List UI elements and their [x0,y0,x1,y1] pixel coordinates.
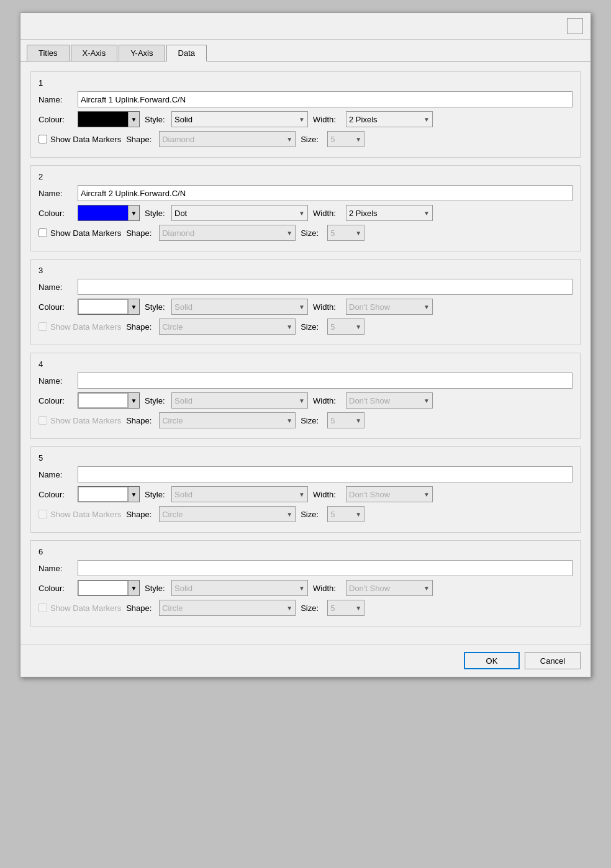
colour-button-5[interactable]: ▼ [78,486,140,502]
name-row-6: Name: [38,560,573,576]
colour-style-row-5: Colour:▼Style:Solid▼Width:Don't Show▼ [38,486,573,502]
title-bar [20,13,591,40]
width-select-5: Don't Show▼ [346,486,433,502]
show-markers-checkbox-3 [38,322,47,331]
size-select-3: 5▼ [327,319,364,335]
tab-titles[interactable]: Titles [27,45,70,61]
size-label-5: Size: [301,510,322,519]
show-markers-text-1: Show Data Markers [50,135,121,144]
style-arrow-5: ▼ [299,491,305,498]
style-value-3: Solid [174,302,192,312]
style-label-3: Style: [145,302,166,312]
width-select-3: Don't Show▼ [346,299,433,315]
colour-dropdown-arrow-2: ▼ [128,206,139,220]
style-value-5: Solid [174,490,192,499]
name-input-6[interactable] [78,560,573,576]
show-markers-label-1[interactable]: Show Data Markers [38,135,121,144]
show-markers-label-2[interactable]: Show Data Markers [38,228,121,238]
size-value-4: 5 [330,416,335,425]
series-block-3: 3Name:Colour:▼Style:Solid▼Width:Don't Sh… [30,259,581,345]
name-label-6: Name: [38,564,73,573]
show-markers-text-4: Show Data Markers [50,416,121,425]
colour-style-row-2: Colour:▼Style:Dot▼Width:2 Pixels▼ [38,205,573,221]
series-number-1: 1 [38,78,573,88]
style-label-6: Style: [145,584,166,593]
width-select-1[interactable]: 2 Pixels▼ [346,111,433,127]
colour-dropdown-arrow-1: ▼ [128,112,139,127]
size-select-5: 5▼ [327,506,364,522]
ok-button[interactable]: OK [464,652,520,669]
size-value-2: 5 [330,228,335,238]
width-label-3: Width: [313,302,341,312]
colour-style-row-6: Colour:▼Style:Solid▼Width:Don't Show▼ [38,580,573,596]
size-arrow-5: ▼ [355,511,361,518]
tab-bar: Titles X-Axis Y-Axis Data [20,40,591,61]
series-block-2: 2Name:Colour:▼Style:Dot▼Width:2 Pixels▼S… [30,165,581,251]
colour-button-2[interactable]: ▼ [78,205,140,221]
show-markers-checkbox-6 [38,604,47,612]
colour-swatch-5 [78,487,128,502]
size-arrow-2: ▼ [355,230,361,237]
style-value-2: Dot [174,209,187,218]
tab-yaxis[interactable]: Y-Axis [119,45,165,61]
colour-label-6: Colour: [38,584,73,593]
shape-select-3: Circle▼ [159,319,296,335]
cancel-button[interactable]: Cancel [525,652,581,669]
width-select-2[interactable]: 2 Pixels▼ [346,205,433,221]
width-label-5: Width: [313,490,341,499]
show-markers-checkbox-1[interactable] [38,135,47,143]
name-input-4[interactable] [78,373,573,389]
colour-label-3: Colour: [38,302,73,312]
name-input-1[interactable] [78,91,573,107]
width-label-4: Width: [313,396,341,405]
show-markers-checkbox-2[interactable] [38,228,47,237]
name-input-5[interactable] [78,466,573,482]
name-input-2[interactable] [78,185,573,201]
size-value-3: 5 [330,322,335,332]
series-number-4: 4 [38,359,573,369]
colour-swatch-6 [78,581,128,595]
width-label-1: Width: [313,115,341,124]
markers-shape-row-1: Show Data MarkersShape:Diamond▼Size:5▼ [38,131,573,147]
shape-label-5: Shape: [126,510,154,519]
shape-label-3: Shape: [126,322,154,332]
shape-value-2: Diamond [162,228,194,238]
close-button[interactable] [567,18,583,34]
markers-shape-row-2: Show Data MarkersShape:Diamond▼Size:5▼ [38,225,573,241]
width-value-1: 2 Pixels [349,115,378,124]
tab-xaxis[interactable]: X-Axis [71,45,118,61]
style-value-4: Solid [174,396,192,405]
name-row-5: Name: [38,466,573,482]
name-input-3[interactable] [78,279,573,295]
name-row-2: Name: [38,185,573,201]
show-markers-checkbox-5 [38,510,47,518]
name-label-5: Name: [38,470,73,479]
style-select-4: Solid▼ [171,392,308,409]
colour-button-4[interactable]: ▼ [78,392,140,409]
size-label-2: Size: [301,228,322,238]
colour-swatch-2 [78,206,128,220]
shape-value-6: Circle [162,604,183,613]
shape-arrow-2: ▼ [286,230,292,237]
size-label-1: Size: [301,135,322,144]
colour-label-1: Colour: [38,115,73,124]
colour-style-row-4: Colour:▼Style:Solid▼Width:Don't Show▼ [38,392,573,409]
size-select-4: 5▼ [327,412,364,428]
size-arrow-3: ▼ [355,323,361,330]
width-value-6: Don't Show [349,584,390,593]
tab-data[interactable]: Data [166,45,207,61]
width-value-3: Don't Show [349,302,390,312]
size-select-6: 5▼ [327,600,364,616]
series-number-2: 2 [38,172,573,181]
colour-label-2: Colour: [38,209,73,218]
style-label-5: Style: [145,490,166,499]
colour-button-6[interactable]: ▼ [78,580,140,596]
colour-button-3[interactable]: ▼ [78,299,140,315]
style-select-5: Solid▼ [171,486,308,502]
style-select-1[interactable]: Solid▼ [171,111,308,127]
width-arrow-6: ▼ [423,585,430,592]
style-select-2[interactable]: Dot▼ [171,205,308,221]
colour-swatch-4 [78,393,128,408]
style-label-2: Style: [145,209,166,218]
colour-button-1[interactable]: ▼ [78,111,140,127]
